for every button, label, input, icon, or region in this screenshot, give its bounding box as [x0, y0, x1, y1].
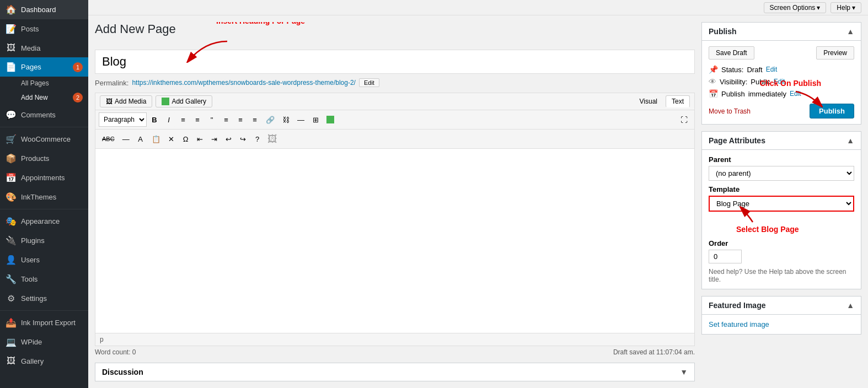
sidebar-item-label: Ink Import Export [21, 319, 76, 327]
sidebar-item-label: Gallery [21, 357, 44, 365]
sidebar-item-label: Media [21, 44, 40, 52]
editor-media-toolbar: 🖼 Add Media Add Gallery Visual Text [95, 93, 695, 110]
fullscreen-button[interactable]: ⛶ [677, 112, 691, 127]
align-center-button[interactable]: ≡ [234, 112, 247, 127]
template-select[interactable]: Blog Page [709, 196, 854, 212]
tab-visual[interactable]: Visual [634, 95, 663, 107]
dashboard-icon: 🏠 [6, 4, 17, 15]
sidebar-item-dashboard[interactable]: 🏠 Dashboard [0, 0, 88, 19]
sidebar: 🏠 Dashboard 📝 Posts 🖼 Media 📄 Pages 1 Al… [0, 0, 88, 388]
align-left-button[interactable]: ≡ [219, 112, 233, 127]
add-media-button[interactable]: 🖼 Add Media [100, 95, 152, 107]
hr-button[interactable]: — [119, 132, 133, 146]
italic-button[interactable]: I [162, 112, 175, 127]
sidebar-sub-add-new[interactable]: Add New 2 [0, 90, 88, 105]
visibility-icon: 👁 [709, 77, 716, 86]
publish-metabox-header[interactable]: Publish ▲ [702, 23, 861, 41]
sidebar-item-label: WooCommerce [21, 135, 71, 143]
sidebar-item-label: Tools [21, 275, 37, 283]
sidebar-item-gallery[interactable]: 🖼 Gallery [0, 352, 88, 370]
chevron-down-icon: ▾ [852, 4, 855, 12]
clear-format-button[interactable]: ✕ [165, 132, 178, 146]
sidebar-item-label: Plugins [21, 236, 45, 245]
unlink-button[interactable]: ⛓ [279, 112, 293, 127]
pages-badge: 1 [73, 62, 83, 72]
status-value: Draft [747, 66, 762, 74]
sidebar-item-tools[interactable]: 🔧 Tools [0, 270, 88, 289]
sidebar-divider [0, 127, 88, 127]
move-to-trash-link[interactable]: Move to Trash [709, 107, 751, 115]
sidebar-item-media[interactable]: 🖼 Media [0, 39, 88, 57]
sidebar-item-ink-import-export[interactable]: 📤 Ink Import Export [0, 313, 88, 332]
tab-text[interactable]: Text [666, 95, 690, 107]
page-attributes-header[interactable]: Page Attributes ▲ [702, 132, 861, 150]
sidebar-item-products[interactable]: 📦 Products [0, 149, 88, 168]
sidebar-sub-all-pages[interactable]: All Pages [0, 77, 88, 90]
discussion-header[interactable]: Discussion ▼ [95, 363, 694, 381]
table-button[interactable]: ⊞ [309, 112, 322, 127]
sidebar-item-pages[interactable]: 📄 Pages 1 [0, 57, 88, 77]
blockquote-button[interactable]: " [205, 112, 218, 127]
format-select[interactable]: Paragraph [99, 112, 147, 127]
sidebar-item-comments[interactable]: 💬 Comments [0, 105, 88, 125]
strikethrough-button[interactable]: ABC [99, 132, 118, 146]
annotation-insert-heading: Insert Heading For Page [216, 22, 305, 25]
sidebar-item-woocommerce[interactable]: 🛒 WooCommerce [0, 130, 88, 149]
bold-button[interactable]: B [148, 112, 161, 127]
order-row: Order [709, 239, 854, 263]
annotation-blog-page: Select Blog Page [736, 222, 799, 231]
green-box-button[interactable] [323, 112, 337, 127]
page-attributes-collapse-icon: ▲ [846, 136, 854, 145]
indent-button[interactable]: ⇥ [208, 132, 221, 146]
sidebar-item-users[interactable]: 👤 Users [0, 250, 88, 270]
editor-body[interactable] [95, 149, 694, 333]
sidebar-item-appearance[interactable]: 🎭 Appearance [0, 212, 88, 231]
undo-button[interactable]: ↩ [222, 132, 235, 146]
save-draft-button[interactable]: Save Draft [709, 46, 754, 60]
sidebar-item-label: WPide [21, 338, 42, 346]
visibility-label: Visibility: [720, 78, 747, 86]
green-box-icon [326, 116, 334, 123]
sidebar-item-posts[interactable]: 📝 Posts [0, 19, 88, 39]
permalink-url[interactable]: https://inkthemes.com/wpthemes/snowboard… [132, 79, 356, 87]
help-button[interactable]: Help ▾ [831, 2, 861, 13]
appointments-icon: 📅 [6, 173, 17, 183]
editor-status-bar: Word count: 0 Draft saved at 11:07:04 am… [95, 346, 695, 358]
parent-select[interactable]: (no parent) [709, 166, 854, 181]
sidebar-item-label: InkThemes [21, 193, 56, 201]
order-input[interactable] [709, 250, 742, 263]
add-gallery-button[interactable]: Add Gallery [156, 95, 212, 107]
align-right-button[interactable]: ≡ [248, 112, 261, 127]
sidebar-item-label: Dashboard [21, 6, 56, 14]
ol-button[interactable]: ≡ [191, 112, 204, 127]
help-editor-button[interactable]: ? [251, 132, 264, 146]
parent-row: Parent (no parent) [709, 155, 854, 181]
sidebar-item-plugins[interactable]: 🔌 Plugins [0, 231, 88, 250]
link-button[interactable]: 🔗 [262, 112, 278, 127]
sidebar-item-inkthemes[interactable]: 🎨 InkThemes [0, 187, 88, 207]
set-featured-image-link[interactable]: Set featured image [709, 320, 769, 328]
template-label: Template [709, 185, 854, 193]
pages-icon: 📄 [6, 62, 17, 72]
omega-button[interactable]: Ω [179, 132, 192, 146]
status-edit-link[interactable]: Edit [766, 66, 778, 73]
more-button[interactable]: — [294, 112, 308, 127]
sidebar-item-label: Settings [21, 294, 47, 303]
preview-button[interactable]: Preview [816, 46, 854, 60]
permalink-edit-button[interactable]: Edit [359, 78, 379, 87]
text-color-button[interactable]: A [134, 132, 147, 146]
status-label: Status: [721, 66, 743, 74]
redo-button[interactable]: ↪ [237, 132, 250, 146]
sidebar-item-label: Appointments [21, 174, 65, 182]
screen-options-button[interactable]: Screen Options ▾ [764, 2, 827, 13]
ul-button[interactable]: ≡ [176, 112, 190, 127]
editor-toolbar-row2: ABC — A 📋 ✕ Ω ⇤ ⇥ ↩ ↪ ? 🖼 [95, 130, 694, 149]
discussion-title: Discussion [102, 368, 143, 376]
sidebar-item-appointments[interactable]: 📅 Appointments [0, 168, 88, 187]
paste-button[interactable]: 📋 [148, 132, 164, 146]
featured-image-header[interactable]: Featured Image ▲ [702, 297, 861, 315]
outdent-button[interactable]: ⇤ [194, 132, 207, 146]
sidebar-item-wpide[interactable]: 💻 WPide [0, 332, 88, 352]
status-icon: 📌 [709, 65, 718, 74]
sidebar-item-settings[interactable]: ⚙ Settings [0, 289, 88, 308]
